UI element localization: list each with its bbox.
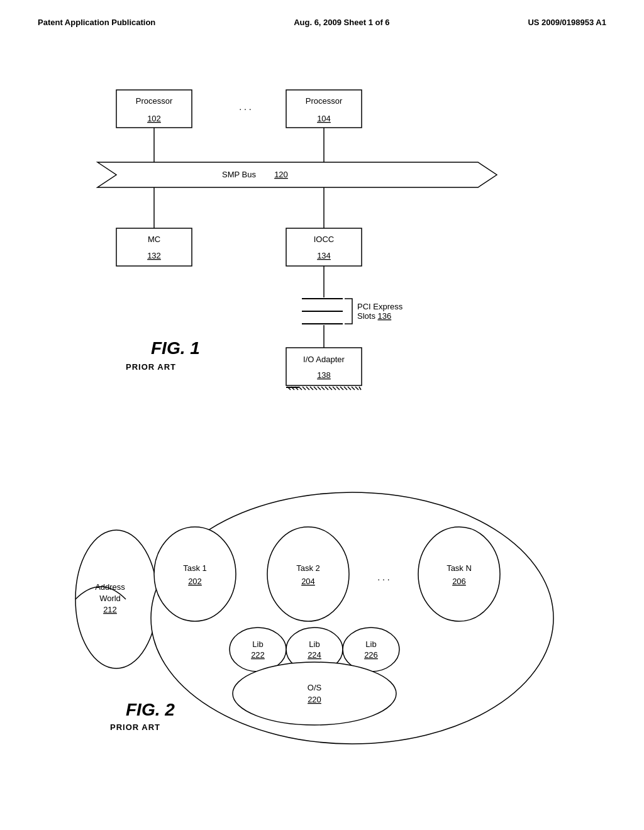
svg-marker-9 — [97, 162, 497, 187]
svg-line-39 — [310, 387, 313, 390]
svg-text:226: 226 — [364, 650, 378, 660]
svg-text:FIG. 1: FIG. 1 — [151, 338, 200, 358]
page-header: Patent Application Publication Aug. 6, 2… — [0, 0, 644, 27]
svg-line-41 — [318, 387, 321, 390]
svg-rect-14 — [116, 228, 192, 266]
svg-text:224: 224 — [308, 650, 321, 660]
svg-line-37 — [303, 387, 306, 390]
diagram-area: Processor 102 . . . Processor 104 SMP Bu… — [0, 27, 644, 819]
svg-text:132: 132 — [147, 251, 161, 260]
svg-text:I/O Adapter: I/O Adapter — [303, 355, 345, 364]
svg-text:222: 222 — [251, 650, 265, 660]
svg-line-51 — [355, 387, 358, 390]
svg-text:206: 206 — [452, 577, 466, 586]
svg-point-79 — [233, 662, 396, 725]
svg-line-40 — [314, 387, 317, 390]
svg-text:PCI Express: PCI Express — [357, 302, 403, 311]
svg-rect-27 — [286, 348, 362, 385]
svg-text:FIG. 2: FIG. 2 — [126, 700, 175, 719]
svg-text:PRIOR ART: PRIOR ART — [110, 722, 160, 732]
svg-text:120: 120 — [274, 170, 288, 179]
svg-line-47 — [340, 387, 343, 390]
svg-text:. . .: . . . — [239, 102, 251, 112]
svg-text:Lib: Lib — [252, 639, 263, 649]
svg-line-52 — [359, 387, 361, 390]
svg-line-46 — [336, 387, 340, 390]
svg-point-67 — [418, 527, 500, 621]
svg-text:Task N: Task N — [447, 563, 472, 573]
svg-line-48 — [344, 387, 347, 390]
svg-text:Task 1: Task 1 — [183, 563, 207, 573]
svg-line-43 — [325, 387, 328, 390]
svg-text:104: 104 — [317, 114, 331, 123]
svg-text:Address: Address — [95, 582, 125, 592]
svg-text:Lib: Lib — [365, 639, 376, 649]
svg-text:Processor: Processor — [136, 96, 173, 106]
header-left: Patent Application Publication — [38, 18, 155, 27]
svg-point-63 — [267, 527, 349, 621]
svg-text:138: 138 — [317, 370, 331, 380]
svg-text:PRIOR ART: PRIOR ART — [126, 362, 176, 372]
svg-text:Lib: Lib — [309, 639, 319, 649]
svg-text:SMP Bus: SMP Bus — [222, 170, 256, 179]
svg-line-49 — [348, 387, 351, 390]
svg-text:220: 220 — [308, 695, 321, 704]
svg-line-42 — [321, 387, 325, 390]
header-center: Aug. 6, 2009 Sheet 1 of 6 — [294, 18, 389, 27]
svg-text:Slots 136: Slots 136 — [357, 311, 391, 321]
svg-text:World: World — [99, 594, 121, 603]
svg-point-60 — [154, 527, 236, 621]
svg-text:Task 2: Task 2 — [296, 563, 320, 573]
svg-line-36 — [299, 387, 302, 390]
svg-text:MC: MC — [148, 235, 160, 244]
header-right: US 2009/0198953 A1 — [528, 18, 606, 27]
svg-text:O/S: O/S — [308, 683, 322, 692]
svg-text:134: 134 — [317, 251, 331, 260]
svg-rect-17 — [286, 228, 362, 266]
svg-line-50 — [352, 387, 355, 390]
svg-line-45 — [333, 387, 336, 390]
svg-text:102: 102 — [147, 114, 161, 123]
svg-text:. . .: . . . — [377, 572, 389, 582]
svg-text:204: 204 — [301, 577, 315, 586]
svg-text:202: 202 — [188, 577, 202, 586]
svg-text:212: 212 — [103, 605, 117, 614]
svg-line-38 — [306, 387, 309, 390]
svg-text:Processor: Processor — [306, 96, 343, 106]
svg-line-44 — [329, 387, 332, 390]
svg-text:IOCC: IOCC — [314, 235, 335, 244]
